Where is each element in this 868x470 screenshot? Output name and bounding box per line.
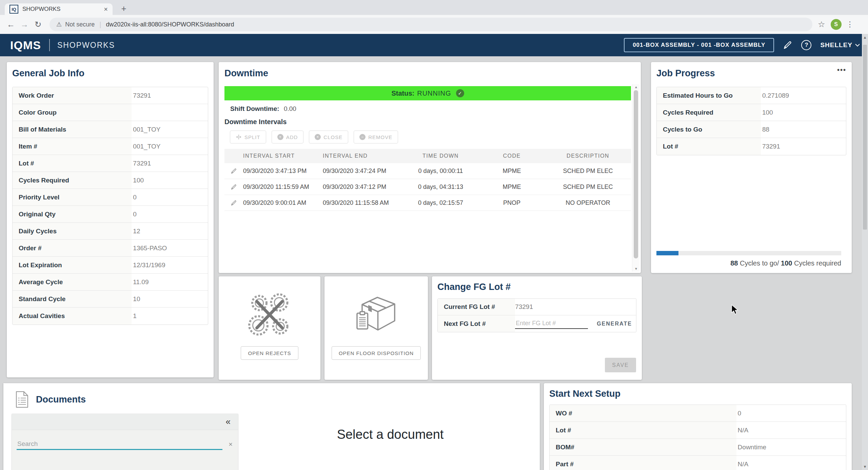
table-row: Lot # 73291 <box>13 155 208 172</box>
row-value: 1365-PASO <box>132 244 167 252</box>
row-value: 11.09 <box>132 278 149 286</box>
add-button[interactable]: + ADD <box>272 131 304 143</box>
bookmark-star-icon[interactable]: ☆ <box>818 20 825 29</box>
downtime-panel: Downtime Status: RUNNING ✓ Shift Downtim… <box>219 62 641 273</box>
open-rejects-button[interactable]: OPEN REJECTS <box>241 346 298 360</box>
general-job-info-table: Work Order 73291 Color Group Bill of Mat… <box>12 87 208 325</box>
downtime-intervals-label: Downtime Intervals <box>224 118 641 126</box>
table-row: Order # 1365-PASO <box>13 240 208 257</box>
document-viewer-empty-message: Select a document <box>241 427 540 442</box>
not-secure-label: Not secure <box>65 21 95 28</box>
generate-button[interactable]: GENERATE <box>597 321 632 327</box>
clear-search-icon[interactable]: × <box>229 440 233 448</box>
change-fg-lot-panel: Change FG Lot # Current FG Lot # 73291 N… <box>432 276 642 380</box>
table-row: Standard Cycle 10 <box>13 291 208 308</box>
save-button[interactable]: SAVE <box>605 358 636 372</box>
split-icon <box>236 134 242 140</box>
row-value: 0 <box>132 211 137 218</box>
scrollbar-thumb[interactable] <box>634 90 638 258</box>
status-check-icon: ✓ <box>456 89 464 97</box>
table-row: Cycles Required 100 <box>657 104 846 121</box>
interval-end: 09/30/2020 3:47:12 PM <box>323 183 402 191</box>
new-tab-button[interactable]: + <box>118 3 130 14</box>
table-row: Bill of Materials 001_TOY <box>13 121 208 138</box>
reload-icon[interactable]: ↻ <box>31 18 45 31</box>
time-down: 0 days, 00:00:11 <box>402 168 479 175</box>
row-label: BOM# <box>550 439 736 455</box>
downtime-scrollbar[interactable]: ▲ ▼ <box>632 84 639 272</box>
more-options-icon[interactable]: ••• <box>837 68 846 72</box>
job-progress-bar <box>656 251 841 255</box>
job-progress-fill <box>656 251 678 255</box>
row-label: Lot Expiration <box>13 257 132 273</box>
browser-toolbar: ← → ↻ ⚠ Not secure | dw2020x-iis-all:808… <box>0 15 868 34</box>
table-row: Priority Level 0 <box>13 189 208 206</box>
iqms-favicon-icon: IQ <box>9 5 18 14</box>
row-value: Downtime <box>736 444 766 451</box>
interval-row: 09/30/2020 11:15:59 AM 09/30/2020 3:47:1… <box>224 179 631 195</box>
scroll-up-icon[interactable]: ▲ <box>862 35 868 39</box>
intervals-table-header: INTERVAL START INTERVAL END TIME DOWN CO… <box>224 149 631 163</box>
documents-title: Documents <box>36 394 86 405</box>
forward-icon[interactable]: → <box>18 18 31 31</box>
edit-pencil-icon[interactable] <box>783 40 792 50</box>
row-label: Lot # <box>657 138 761 155</box>
row-label: Cycles Required <box>13 172 132 189</box>
edit-interval-pencil-icon[interactable] <box>224 200 243 206</box>
back-icon[interactable]: ← <box>4 18 18 31</box>
browser-scrollbar[interactable]: ▲ ▼ <box>862 34 868 470</box>
not-secure-warning-icon[interactable]: ⚠ <box>56 21 62 28</box>
remove-button[interactable]: − REMOVE <box>354 131 398 143</box>
time-down: 0 days, 02:15:57 <box>402 199 479 207</box>
browser-tab[interactable]: IQ SHOPWORKS × <box>5 3 113 15</box>
row-value: 73291 <box>761 143 780 150</box>
change-fg-lot-title: Change FG Lot # <box>437 282 636 292</box>
table-row: Part # N/A <box>550 456 846 470</box>
next-fg-lot-input[interactable] <box>515 318 588 329</box>
open-floor-disposition-button[interactable]: OPEN FLOOR DISPOSITION <box>332 346 421 360</box>
row-label: Bill of Materials <box>13 121 132 138</box>
rejects-gears-icon <box>244 289 295 340</box>
close-button[interactable]: × CLOSE <box>309 131 348 143</box>
user-menu[interactable]: SHELLEY <box>820 41 860 49</box>
interval-row: 09/30/2020 9:00:01 AM 09/30/2020 11:15:5… <box>224 195 631 211</box>
scroll-down-icon[interactable]: ▼ <box>632 267 640 271</box>
collapse-sidebar-icon[interactable]: « <box>226 416 231 427</box>
row-label: WO # <box>550 405 736 422</box>
row-value: 001_TOY <box>132 143 160 150</box>
edit-interval-pencil-icon[interactable] <box>224 184 243 190</box>
row-value: 12 <box>132 228 140 235</box>
edit-interval-pencil-icon[interactable] <box>224 168 243 174</box>
next-fg-lot-label: Next FG Lot # <box>438 315 515 332</box>
row-value: 12/31/1969 <box>132 261 165 269</box>
work-center-selector-button[interactable]: 001-BOX ASSEMBLY - 001 -BOX ASSEMBLY <box>624 38 774 52</box>
row-value: N/A <box>736 461 749 468</box>
general-job-info-title: General Job Info <box>12 68 208 79</box>
scroll-down-icon[interactable]: ▼ <box>862 465 868 469</box>
job-progress-caption: 88 Cycles to go/ 100 Cycles required <box>730 259 841 267</box>
row-label: Lot # <box>13 155 132 172</box>
scrollbar-thumb[interactable] <box>863 45 867 230</box>
row-label: Color Group <box>13 104 132 121</box>
downtime-description: NO OPERATOR <box>545 199 631 207</box>
documents-sidebar: « × DOCUMENT SOURCE <box>12 414 238 470</box>
tab-close-icon[interactable]: × <box>102 5 109 13</box>
scroll-up-icon[interactable]: ▲ <box>632 85 640 89</box>
browser-profile-avatar[interactable]: S <box>831 19 842 30</box>
row-value: 0 <box>132 194 137 201</box>
row-value: 100 <box>761 109 773 116</box>
row-label: Cycles to Go <box>657 121 761 138</box>
split-button[interactable]: SPLIT <box>230 131 266 143</box>
table-row: Item # 001_TOY <box>13 138 208 155</box>
open-floor-disposition-card: OPEN FLOOR DISPOSITION <box>324 276 428 380</box>
help-icon[interactable]: ? <box>801 40 811 50</box>
status-label: Status: <box>391 90 414 97</box>
address-bar[interactable]: ⚠ Not secure | dw2020x-iis-all:8080/SHOP… <box>50 18 812 31</box>
row-label: Priority Level <box>13 189 132 205</box>
downtime-intervals-table: INTERVAL START INTERVAL END TIME DOWN CO… <box>224 149 631 211</box>
row-label: Cycles Required <box>657 104 761 121</box>
browser-menu-icon[interactable]: ⋮ <box>846 20 854 29</box>
document-search-input[interactable] <box>17 439 222 450</box>
table-row: Work Order 73291 <box>13 87 208 104</box>
table-row: Actual Cavities 1 <box>13 308 208 325</box>
